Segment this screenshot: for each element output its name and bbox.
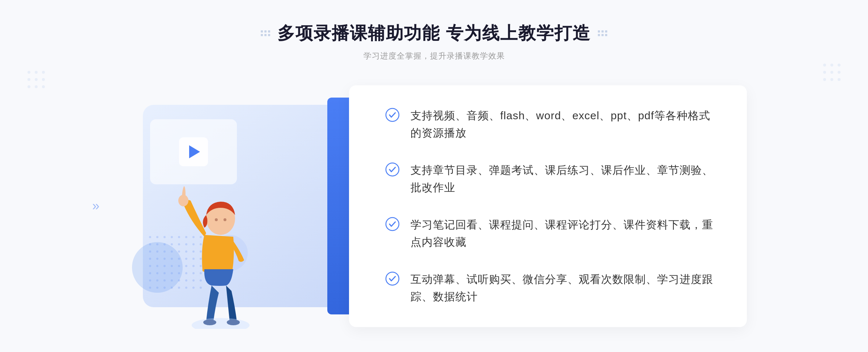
- page-container: 多项录播课辅助功能 专为线上教学打造 学习进度全掌握，提升录播课教学效果 »: [0, 0, 868, 352]
- feature-text-4: 互动弹幕、试听购买、微信分享、观看次数限制、学习进度跟踪、数据统计: [410, 271, 718, 305]
- feature-text-3: 学习笔记回看、课程提问、课程评论打分、课件资料下载，重点内容收藏: [410, 216, 718, 251]
- check-icon-3: [385, 217, 400, 231]
- svg-point-14: [838, 71, 841, 74]
- svg-point-7: [35, 85, 38, 88]
- svg-point-2: [42, 71, 45, 74]
- left-arrows-decoration: »: [92, 198, 99, 214]
- svg-point-89: [386, 108, 399, 121]
- main-content: »: [109, 83, 760, 329]
- check-icon-2: [385, 162, 400, 177]
- svg-point-11: [838, 64, 841, 66]
- svg-point-13: [830, 71, 833, 74]
- svg-point-15: [823, 78, 826, 81]
- svg-point-92: [386, 272, 399, 285]
- svg-point-91: [386, 218, 399, 231]
- svg-point-10: [830, 64, 833, 66]
- title-decoration-right: [598, 30, 607, 36]
- svg-point-18: [149, 236, 151, 238]
- svg-point-5: [42, 78, 45, 81]
- feature-item-1: 支持视频、音频、flash、word、excel、ppt、pdf等各种格式的资源…: [385, 107, 718, 142]
- person-illustration: [165, 148, 280, 329]
- page-title: 多项录播课辅助功能 专为线上教学打造: [277, 22, 590, 45]
- svg-point-16: [830, 78, 833, 81]
- svg-point-9: [823, 64, 826, 66]
- feature-text-1: 支持视频、音频、flash、word、excel、ppt、pdf等各种格式的资源…: [410, 107, 718, 142]
- feature-item-4: 互动弹幕、试听购买、微信分享、观看次数限制、学习进度跟踪、数据统计: [385, 271, 718, 305]
- svg-point-12: [823, 71, 826, 74]
- svg-point-17: [838, 78, 841, 81]
- svg-point-86: [215, 218, 218, 221]
- feature-item-3: 学习笔记回看、课程提问、课程评论打分、课件资料下载，重点内容收藏: [385, 216, 718, 251]
- features-card: 支持视频、音频、flash、word、excel、ppt、pdf等各种格式的资源…: [349, 85, 747, 327]
- check-icon-4: [385, 271, 400, 286]
- feature-text-2: 支持章节目录、弹题考试、课后练习、课后作业、章节测验、批改作业: [410, 162, 718, 196]
- page-subtitle: 学习进度全掌握，提升录播课教学效果: [261, 51, 607, 61]
- svg-point-8: [42, 85, 45, 88]
- svg-point-19: [156, 236, 158, 238]
- check-icon-1: [385, 108, 400, 122]
- title-decoration-left: [261, 30, 270, 36]
- svg-point-3: [27, 78, 30, 81]
- title-wrapper: 多项录播课辅助功能 专为线上教学打造: [261, 22, 607, 45]
- header-section: 多项录播课辅助功能 专为线上教学打造 学习进度全掌握，提升录播课教学效果: [261, 22, 607, 61]
- svg-point-84: [178, 195, 188, 206]
- svg-point-0: [27, 71, 30, 74]
- feature-item-2: 支持章节目录、弹题考试、课后练习、课后作业、章节测验、批改作业: [385, 162, 718, 196]
- svg-point-87: [224, 218, 226, 221]
- svg-point-6: [27, 85, 30, 88]
- illustration-area: »: [121, 83, 356, 329]
- svg-point-1: [35, 71, 38, 74]
- svg-point-4: [35, 78, 38, 81]
- svg-point-90: [386, 163, 399, 176]
- svg-point-88: [192, 318, 250, 329]
